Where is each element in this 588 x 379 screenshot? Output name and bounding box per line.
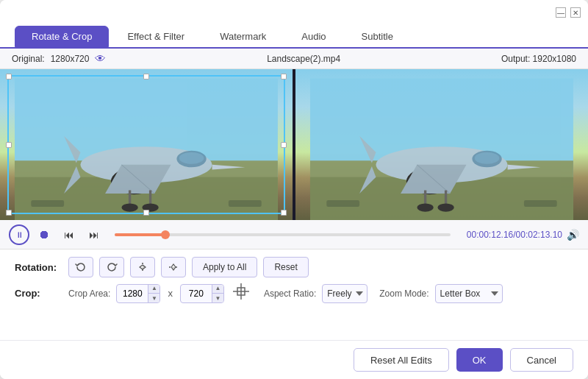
pause-button[interactable]: ⏸ bbox=[9, 224, 29, 245]
svg-rect-37 bbox=[524, 199, 557, 206]
controls-bar: ⏸ ⏺ ⏮ ⏭ 00:00:12.16/00:02:13.10 🔊 bbox=[0, 220, 588, 249]
tab-subtitle[interactable]: Subtitle bbox=[345, 26, 410, 47]
skip-back-button[interactable]: ⏮ bbox=[59, 224, 79, 245]
ok-button[interactable]: OK bbox=[456, 348, 503, 372]
output-label: Output: bbox=[501, 54, 530, 64]
zoom-mode-select[interactable]: Letter Box Pan & Scan Full bbox=[435, 284, 503, 303]
tab-bar: Rotate & Crop Effect & Filter Watermark … bbox=[0, 21, 588, 49]
rotation-label: Rotation: bbox=[15, 262, 62, 273]
svg-point-27 bbox=[475, 152, 500, 164]
output-value: 1920x1080 bbox=[533, 54, 576, 64]
minimize-button[interactable]: — bbox=[556, 7, 566, 18]
crop-width-spinners: ▲ ▼ bbox=[148, 284, 159, 303]
preview-eye-icon[interactable]: 👁 bbox=[95, 52, 106, 65]
x-separator: x bbox=[168, 288, 173, 299]
footer: Reset All Edits OK Cancel bbox=[0, 340, 588, 379]
progress-thumb[interactable] bbox=[161, 230, 170, 239]
svg-point-14 bbox=[121, 203, 137, 211]
svg-rect-36 bbox=[326, 199, 359, 206]
tab-rotate-crop[interactable]: Rotate & Crop bbox=[15, 26, 109, 47]
crop-width-input-wrap: ▲ ▼ bbox=[116, 284, 160, 303]
rotate-cw-button[interactable] bbox=[99, 257, 124, 277]
svg-point-8 bbox=[179, 152, 204, 164]
crop-height-up[interactable]: ▲ bbox=[212, 284, 223, 294]
flip-v-icon bbox=[168, 261, 179, 273]
reset-all-edits-button[interactable]: Reset All Edits bbox=[354, 348, 449, 372]
video-frame-original bbox=[0, 69, 293, 220]
zoom-mode-label: Zoom Mode: bbox=[379, 288, 429, 299]
crop-area-label: Crop Area: bbox=[68, 288, 110, 299]
crop-width-down[interactable]: ▼ bbox=[148, 294, 159, 303]
flip-h-icon bbox=[137, 261, 148, 273]
apply-to-all-button[interactable]: Apply to All bbox=[192, 257, 257, 277]
video-area bbox=[0, 69, 588, 220]
video-panel-original bbox=[0, 69, 293, 220]
rotation-row: Rotation: Apply to All Reset bbox=[15, 257, 573, 277]
skip-fwd-button[interactable]: ⏭ bbox=[84, 224, 104, 245]
rotate-ccw-icon bbox=[75, 261, 87, 273]
crop-label: Crop: bbox=[15, 288, 62, 299]
progress-bar[interactable] bbox=[115, 233, 451, 236]
progress-fill bbox=[115, 233, 165, 236]
svg-point-33 bbox=[417, 203, 433, 211]
time-current: 00:00:12.16 bbox=[467, 230, 513, 240]
filename: Landscape(2).mp4 bbox=[267, 54, 340, 64]
svg-point-16 bbox=[142, 203, 158, 211]
time-total: 00:02:13.10 bbox=[516, 230, 562, 240]
crop-width-up[interactable]: ▲ bbox=[148, 284, 159, 294]
flip-v-button[interactable] bbox=[161, 257, 186, 277]
reset-rotation-button[interactable]: Reset bbox=[263, 257, 308, 277]
crop-center-icon bbox=[233, 283, 249, 303]
tab-audio[interactable]: Audio bbox=[284, 26, 343, 47]
volume-icon[interactable]: 🔊 bbox=[567, 229, 579, 241]
crop-height-down[interactable]: ▼ bbox=[212, 294, 223, 303]
cancel-button[interactable]: Cancel bbox=[510, 348, 573, 372]
close-button[interactable]: ✕ bbox=[570, 7, 581, 18]
crop-height-spinners: ▲ ▼ bbox=[212, 284, 223, 303]
rotate-ccw-button[interactable] bbox=[68, 257, 93, 277]
tab-effect-filter[interactable]: Effect & Filter bbox=[110, 26, 201, 47]
record-button[interactable]: ⏺ bbox=[34, 224, 54, 245]
tab-watermark[interactable]: Watermark bbox=[203, 26, 283, 47]
flip-h-button[interactable] bbox=[130, 257, 155, 277]
crop-width-input[interactable] bbox=[117, 288, 148, 299]
aspect-ratio-select[interactable]: Freely 16:9 4:3 1:1 9:16 bbox=[322, 284, 368, 303]
crop-height-input[interactable] bbox=[181, 288, 212, 299]
aspect-ratio-label: Aspect Ratio: bbox=[264, 288, 316, 299]
svg-rect-18 bbox=[229, 199, 262, 206]
crop-row: Crop: Crop Area: ▲ ▼ x ▲ ▼ bbox=[15, 283, 573, 303]
info-bar: Original: 1280x720 👁 Landscape(2).mp4 Ou… bbox=[0, 49, 588, 69]
options-area: Rotation: Apply to All Reset Crop: Crop … bbox=[0, 249, 588, 314]
svg-rect-17 bbox=[31, 199, 64, 206]
rotate-cw-icon bbox=[106, 261, 118, 273]
time-display: 00:00:12.16/00:02:13.10 bbox=[467, 230, 562, 240]
original-value: 1280x720 bbox=[51, 54, 90, 64]
video-panel-preview bbox=[293, 69, 588, 220]
video-frame-preview bbox=[295, 69, 588, 220]
main-window: — ✕ Rotate & Crop Effect & Filter Waterm… bbox=[0, 0, 588, 379]
crop-height-input-wrap: ▲ ▼ bbox=[180, 284, 224, 303]
plane-svg-right bbox=[310, 78, 573, 220]
titlebar: — ✕ bbox=[0, 0, 588, 21]
plane-svg-left bbox=[15, 78, 278, 220]
svg-point-35 bbox=[437, 203, 453, 211]
original-label: Original: bbox=[12, 54, 45, 64]
